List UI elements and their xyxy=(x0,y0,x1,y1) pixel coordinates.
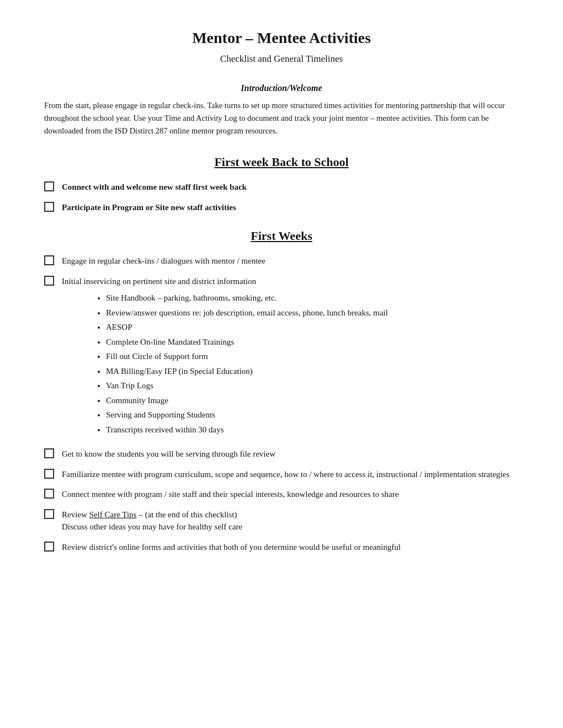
list-item: Complete On-line Mandated Trainings xyxy=(106,336,519,349)
item-text: Engage in regular check-ins / dialogues … xyxy=(62,255,519,267)
checkbox[interactable] xyxy=(44,181,54,191)
page-subtitle: Checklist and General Timelines xyxy=(44,52,519,66)
checklist-item: Familiarize mentee with program curricul… xyxy=(44,468,519,481)
bullet-list: Site Handbook – parking, bathrooms, smok… xyxy=(106,292,519,436)
checkbox[interactable] xyxy=(44,276,54,286)
list-item: Review/answer questions re: job descript… xyxy=(106,307,519,319)
item-text: Review district's online forms and activ… xyxy=(62,541,519,554)
inservicing-label: Initial inservicing on pertinent site an… xyxy=(62,277,256,286)
list-item: Site Handbook – parking, bathrooms, smok… xyxy=(106,292,519,304)
checkbox[interactable] xyxy=(44,542,54,552)
item-text: Connect with and welcome new staff first… xyxy=(62,181,519,194)
section-title-first-week: First week Back to School xyxy=(44,153,519,171)
intro-text: From the start, please engage in regular… xyxy=(44,99,519,138)
checklist-item: Participate in Program or Site new staff… xyxy=(44,201,519,214)
item-text: Connect mentee with program / site staff… xyxy=(62,488,519,501)
page-header: Mentor – Mentee Activities Checklist and… xyxy=(44,26,519,66)
list-item: Transcripts received within 30 days xyxy=(106,424,519,436)
list-item: Van Trip Logs xyxy=(106,379,519,392)
checkbox[interactable] xyxy=(44,202,54,212)
checklist-item: Connect with and welcome new staff first… xyxy=(44,181,519,194)
item-text: Get to know the students you will be ser… xyxy=(62,448,519,461)
item-text: Participate in Program or Site new staff… xyxy=(62,201,519,214)
checklist-item: Connect mentee with program / site staff… xyxy=(44,488,519,501)
list-item: Fill out Circle of Support form xyxy=(106,350,519,363)
section-first-week: First week Back to School Connect with a… xyxy=(44,153,519,213)
self-care-tips-link: Self Care Tips xyxy=(89,510,137,519)
checklist-item: Get to know the students you will be ser… xyxy=(44,448,519,461)
checkbox[interactable] xyxy=(44,469,54,479)
list-item: MA Billing/Easy IEP (in Special Educatio… xyxy=(106,365,519,378)
item-text-selfcare: Review Self Care Tips – (at the end of t… xyxy=(62,508,519,533)
checkbox[interactable] xyxy=(44,489,54,499)
list-item: Serving and Supporting Students xyxy=(106,409,519,421)
checklist-item: Review district's online forms and activ… xyxy=(44,541,519,554)
checklist-item-inservicing: Initial inservicing on pertinent site an… xyxy=(44,275,519,441)
checkbox[interactable] xyxy=(44,255,54,265)
list-item: AESOP xyxy=(106,321,519,334)
checklist-item: Engage in regular check-ins / dialogues … xyxy=(44,255,519,267)
checkbox[interactable] xyxy=(44,509,54,519)
item-text: Familiarize mentee with program curricul… xyxy=(62,468,519,481)
list-item: Community Image xyxy=(106,394,519,407)
section-title-first-weeks: First Weeks xyxy=(44,227,519,245)
item-text-inservicing: Initial inservicing on pertinent site an… xyxy=(62,275,519,441)
checkbox[interactable] xyxy=(44,448,54,458)
checklist-item-selfcare: Review Self Care Tips – (at the end of t… xyxy=(44,508,519,533)
intro-section: Introduction/Welcome From the start, ple… xyxy=(44,82,519,138)
section-first-weeks: First Weeks Engage in regular check-ins … xyxy=(44,227,519,553)
intro-heading: Introduction/Welcome xyxy=(44,82,519,95)
page-title: Mentor – Mentee Activities xyxy=(44,26,519,50)
